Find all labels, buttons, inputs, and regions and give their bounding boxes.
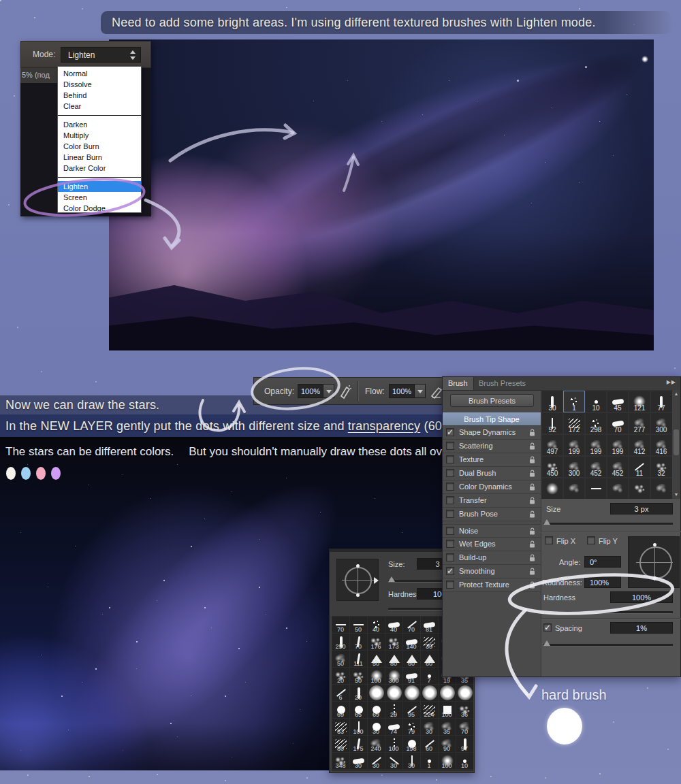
lock-icon[interactable] xyxy=(528,568,536,576)
brush-tip-shape-item[interactable]: Brush Tip Shape xyxy=(443,412,541,426)
hardness-slider[interactable] xyxy=(543,611,673,614)
spacing-value[interactable]: 1% xyxy=(610,622,673,634)
size-slider-thumb[interactable] xyxy=(543,519,550,525)
picker-brush-r4c5[interactable] xyxy=(421,685,438,701)
mode-option-lighten[interactable]: Lighten xyxy=(58,181,141,192)
lock-icon[interactable] xyxy=(528,581,536,589)
checkbox[interactable] xyxy=(446,455,454,463)
checkbox[interactable] xyxy=(446,483,454,491)
lock-icon[interactable] xyxy=(528,456,536,464)
picker-size-number: 50 xyxy=(367,660,385,667)
mode-option-color-burn[interactable]: Color Burn xyxy=(58,141,141,152)
brush-option-protect-texture[interactable]: Protect Texture xyxy=(443,578,541,592)
brush-tip-r4c5[interactable] xyxy=(651,478,671,499)
lock-icon[interactable] xyxy=(528,442,536,451)
brush-option-smoothing[interactable]: ✓Smoothing xyxy=(443,565,541,578)
roundness-value[interactable]: 100% xyxy=(584,576,621,588)
picker-brush-r4c3[interactable] xyxy=(385,685,402,701)
size-slider[interactable] xyxy=(543,523,673,525)
brush-size-number: 298 xyxy=(585,426,607,434)
brush-option-build-up[interactable]: Build-up xyxy=(443,551,541,565)
brush-presets-button[interactable]: Brush Presets xyxy=(450,394,534,407)
picker-brush-r4c7[interactable] xyxy=(456,685,473,701)
picker-brush-r4c2[interactable] xyxy=(368,685,385,701)
brush-size-number: 452 xyxy=(585,470,607,477)
size-value[interactable]: 3 px xyxy=(610,503,673,514)
picker-size-number: 69 xyxy=(332,711,349,718)
brush-option-brush-pose[interactable]: Brush Pose xyxy=(443,508,541,521)
lock-icon[interactable] xyxy=(528,483,536,491)
opacity-dropdown-button[interactable] xyxy=(323,384,334,398)
mode-option-clear[interactable]: Clear xyxy=(58,101,141,112)
brush-size-number: 450 xyxy=(541,470,563,477)
scroll-up-icon: ▲ xyxy=(672,390,680,398)
checkbox[interactable] xyxy=(446,553,454,561)
lock-icon[interactable] xyxy=(528,510,536,519)
brush-option-scattering[interactable]: Scattering xyxy=(443,440,541,453)
lock-icon[interactable] xyxy=(528,470,536,478)
brush-option-dual-brush[interactable]: Dual Brush xyxy=(443,467,541,480)
mode-option-multiply[interactable]: Multiply xyxy=(58,130,141,141)
lock-icon[interactable] xyxy=(528,540,536,549)
checkbox[interactable] xyxy=(446,540,454,548)
hardness-value[interactable]: 100% xyxy=(610,591,673,603)
brush-option-wet-edges[interactable]: Wet Edges xyxy=(443,538,541,551)
mode-option-normal[interactable]: Normal xyxy=(58,68,141,79)
brush-tip-r4c3[interactable] xyxy=(607,478,628,499)
spacing-slider[interactable] xyxy=(543,644,673,647)
brush-tip-r4c1[interactable] xyxy=(564,478,584,499)
brush-option-texture[interactable]: Texture xyxy=(443,453,541,467)
brush-tip-r4c0[interactable] xyxy=(542,478,563,499)
checkbox[interactable] xyxy=(446,510,454,518)
picker-brush-r4c4[interactable] xyxy=(403,685,420,701)
lock-icon[interactable] xyxy=(528,497,536,505)
brush-grid-scrollbar[interactable]: ▲ ▼ xyxy=(671,390,680,499)
lock-icon[interactable] xyxy=(528,554,536,562)
angle-value[interactable]: 0° xyxy=(584,556,621,568)
option-label: Scattering xyxy=(459,442,493,450)
flip-y-checkbox[interactable] xyxy=(587,536,595,544)
flip-x-checkbox[interactable] xyxy=(545,536,553,544)
mode-option-darken[interactable]: Darken xyxy=(58,119,141,130)
lock-icon[interactable] xyxy=(528,429,536,437)
picker-size-number: 30 xyxy=(420,728,438,735)
flip-y-label: Flip Y xyxy=(599,537,618,545)
mode-select[interactable]: Lighten xyxy=(61,47,141,63)
flow-dropdown-button[interactable] xyxy=(414,384,426,398)
scrollbar-thumb[interactable] xyxy=(674,429,679,455)
airbrush-opacity-icon[interactable] xyxy=(338,383,352,399)
angle-roundness-widget[interactable] xyxy=(628,536,680,588)
flow-value[interactable]: 100% xyxy=(389,384,415,398)
spacing-slider-thumb[interactable] xyxy=(543,640,550,646)
mode-option-screen[interactable]: Screen xyxy=(58,192,141,203)
checkbox[interactable] xyxy=(446,581,454,589)
spacing-checkbox[interactable]: ✓ xyxy=(543,623,552,632)
option-label: Dual Brush xyxy=(459,469,496,477)
brush-option-shape-dynamics[interactable]: ✓Shape Dynamics xyxy=(443,426,541,440)
mode-option-color-dodge[interactable]: Color Dodge xyxy=(58,203,141,213)
tab-brush-presets[interactable]: Brush Presets xyxy=(473,377,531,390)
brush-tip-r4c2[interactable] xyxy=(586,478,606,499)
mode-option-linear-burn[interactable]: Linear Burn xyxy=(58,152,141,163)
opacity-value[interactable]: 100% xyxy=(298,384,323,398)
mode-option-darker-color[interactable]: Darker Color xyxy=(58,163,141,174)
picker-brush-r4c6[interactable] xyxy=(439,685,456,701)
mode-option-dissolve[interactable]: Dissolve xyxy=(58,79,141,90)
checkbox[interactable] xyxy=(446,442,454,450)
checkbox[interactable] xyxy=(446,496,454,504)
lock-icon[interactable] xyxy=(528,527,536,536)
spacing-label: Spacing xyxy=(555,624,582,632)
checkbox[interactable] xyxy=(446,527,454,535)
checkbox[interactable] xyxy=(446,469,454,477)
tab-brush[interactable]: Brush xyxy=(443,377,474,390)
brush-tip-r4c4[interactable] xyxy=(629,478,650,499)
brush-angle-widget[interactable] xyxy=(336,559,379,601)
brush-option-transfer[interactable]: Transfer xyxy=(443,494,541,508)
checkbox[interactable]: ✓ xyxy=(446,567,454,575)
checkbox[interactable]: ✓ xyxy=(446,428,454,436)
picker-size-slider-thumb[interactable] xyxy=(388,576,395,582)
brush-option-noise[interactable]: Noise xyxy=(443,524,541,538)
brush-option-color-dynamics[interactable]: Color Dynamics xyxy=(443,480,541,494)
panel-collapse-icon[interactable]: ▶▶ xyxy=(667,379,676,385)
mode-option-behind[interactable]: Behind xyxy=(58,90,141,101)
